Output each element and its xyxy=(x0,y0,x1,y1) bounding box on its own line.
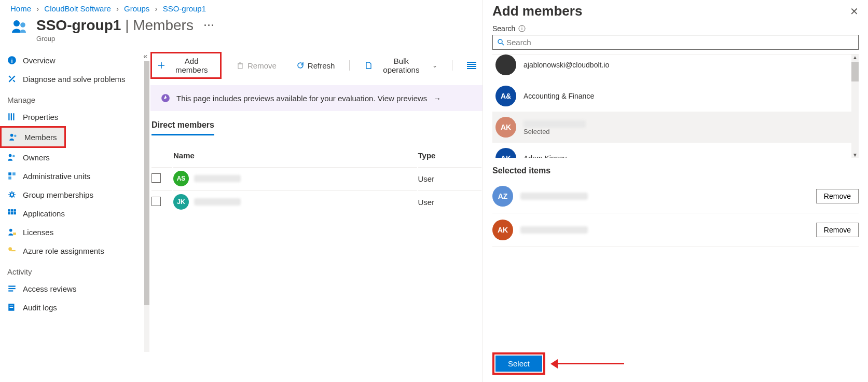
member-name-redacted xyxy=(194,198,241,206)
avatar: AK xyxy=(495,148,516,158)
sidebar-item-azure-roles[interactable]: Azure role assignments xyxy=(0,241,149,260)
search-icon xyxy=(497,38,505,47)
result-row[interactable]: A& Accounting & Finance xyxy=(492,80,859,112)
svg-rect-22 xyxy=(13,233,16,235)
result-row[interactable]: ajablonowski@cloudbolt.io xyxy=(492,54,859,80)
avatar xyxy=(495,54,516,75)
svg-rect-12 xyxy=(12,172,16,175)
crumb-cloudbolt[interactable]: CloudBolt Software xyxy=(44,4,111,13)
avatar: AK xyxy=(492,220,513,240)
crumb-home[interactable]: Home xyxy=(10,4,31,13)
sidebar-item-members[interactable]: Members xyxy=(2,128,64,146)
search-results: ajablonowski@cloudbolt.io A& Accounting … xyxy=(492,54,859,158)
sidebar-item-diagnose[interactable]: Diagnose and solve problems xyxy=(0,70,149,88)
search-input[interactable] xyxy=(492,35,859,50)
col-name[interactable]: Name xyxy=(173,147,417,166)
trash-icon xyxy=(236,61,244,70)
access-reviews-icon xyxy=(7,284,17,293)
svg-rect-19 xyxy=(11,212,13,215)
svg-rect-20 xyxy=(13,212,16,215)
svg-rect-4 xyxy=(8,113,9,120)
add-members-panel: Add members ✕ Search i ajablonowski@clou… xyxy=(483,0,868,382)
columns-icon[interactable] xyxy=(462,59,481,72)
avatar: AK xyxy=(495,117,516,138)
member-name-redacted xyxy=(194,175,241,182)
svg-rect-33 xyxy=(467,64,476,65)
page-header: SSO-group1 | Members ··· Group xyxy=(0,15,483,49)
sidebar-item-properties[interactable]: Properties xyxy=(0,107,149,126)
select-button[interactable]: Select xyxy=(495,356,542,372)
result-row-selected[interactable]: AK Selected xyxy=(492,112,859,143)
tab-direct-members[interactable]: Direct members xyxy=(151,120,214,135)
crumb-groups[interactable]: Groups xyxy=(124,4,149,13)
file-icon xyxy=(364,61,372,70)
remove-button: Remove xyxy=(231,58,282,73)
result-row[interactable]: AK Adam Kinney xyxy=(492,143,859,158)
add-members-button[interactable]: Add members xyxy=(152,53,220,77)
sidebar-item-licenses[interactable]: Licenses xyxy=(0,223,149,241)
audit-logs-icon xyxy=(7,303,17,312)
svg-rect-5 xyxy=(11,113,12,120)
svg-point-14 xyxy=(10,193,14,197)
sidebar-section-manage: Manage xyxy=(0,88,149,107)
sidebar-item-owners[interactable]: Owners xyxy=(0,148,149,167)
info-icon: i xyxy=(7,56,17,65)
svg-rect-17 xyxy=(13,209,16,212)
search-label: Search i xyxy=(492,24,859,33)
more-icon[interactable]: ··· xyxy=(204,20,215,31)
svg-point-39 xyxy=(498,39,502,44)
sidebar-item-overview[interactable]: i Overview xyxy=(0,51,149,70)
row-checkbox[interactable] xyxy=(151,173,161,183)
arrow-right-icon: → xyxy=(433,94,441,103)
svg-rect-24 xyxy=(11,250,16,251)
close-icon[interactable]: ✕ xyxy=(850,5,859,18)
avatar: AS xyxy=(173,171,189,186)
collapse-sidebar-icon[interactable]: « xyxy=(143,52,147,60)
svg-text:i: i xyxy=(11,58,12,64)
annotation-arrow xyxy=(557,363,624,364)
breadcrumb: Home › CloudBolt Software › Groups › SSO… xyxy=(0,0,483,15)
results-scrollbar[interactable] xyxy=(851,54,859,158)
svg-rect-30 xyxy=(10,307,13,308)
svg-point-9 xyxy=(9,154,12,157)
licenses-icon xyxy=(7,227,17,237)
row-checkbox[interactable] xyxy=(151,197,161,206)
svg-point-7 xyxy=(10,134,13,137)
selected-item-row: AK Remove xyxy=(492,213,859,247)
sidebar: « i Overview Diagnose and solve problems… xyxy=(0,49,149,382)
toolbar: Add members Remove Refresh Bulk operatio… xyxy=(150,49,483,82)
table-row[interactable]: AS User xyxy=(151,167,481,189)
svg-rect-27 xyxy=(8,290,13,291)
gear-icon xyxy=(7,190,17,199)
sidebar-item-audit-logs[interactable]: Audit logs xyxy=(0,298,149,317)
svg-rect-26 xyxy=(8,288,16,289)
avatar: JK xyxy=(173,194,189,210)
info-icon[interactable]: i xyxy=(518,25,526,32)
preview-banner[interactable]: This page includes previews available fo… xyxy=(150,85,483,111)
refresh-icon xyxy=(296,61,305,70)
svg-rect-13 xyxy=(8,176,11,180)
bulk-operations-button[interactable]: Bulk operations ⌄ xyxy=(359,53,443,77)
svg-point-1 xyxy=(20,22,25,28)
sidebar-item-group-memberships[interactable]: Group memberships xyxy=(0,185,149,204)
crumb-current[interactable]: SSO-group1 xyxy=(163,4,206,13)
sidebar-item-admin-units[interactable]: Administrative units xyxy=(0,167,149,185)
sidebar-item-access-reviews[interactable]: Access reviews xyxy=(0,279,149,298)
page-subtitle: Group xyxy=(36,35,215,43)
apps-icon xyxy=(7,209,17,218)
sidebar-scrollbar[interactable] xyxy=(144,61,149,352)
remove-selected-button[interactable]: Remove xyxy=(816,223,859,237)
selected-name-redacted xyxy=(520,193,588,200)
panel-title: Add members xyxy=(492,3,582,19)
svg-rect-29 xyxy=(10,306,13,306)
refresh-button[interactable]: Refresh xyxy=(291,58,340,73)
sidebar-item-applications[interactable]: Applications xyxy=(0,204,149,223)
main-content: Add members Remove Refresh Bulk operatio… xyxy=(149,49,483,382)
svg-point-8 xyxy=(14,135,17,138)
table-row[interactable]: JK User xyxy=(151,190,481,213)
key-icon xyxy=(7,246,17,255)
col-type[interactable]: Type xyxy=(418,147,481,166)
svg-rect-25 xyxy=(8,285,16,286)
owners-icon xyxy=(7,153,17,162)
remove-selected-button[interactable]: Remove xyxy=(816,189,859,203)
